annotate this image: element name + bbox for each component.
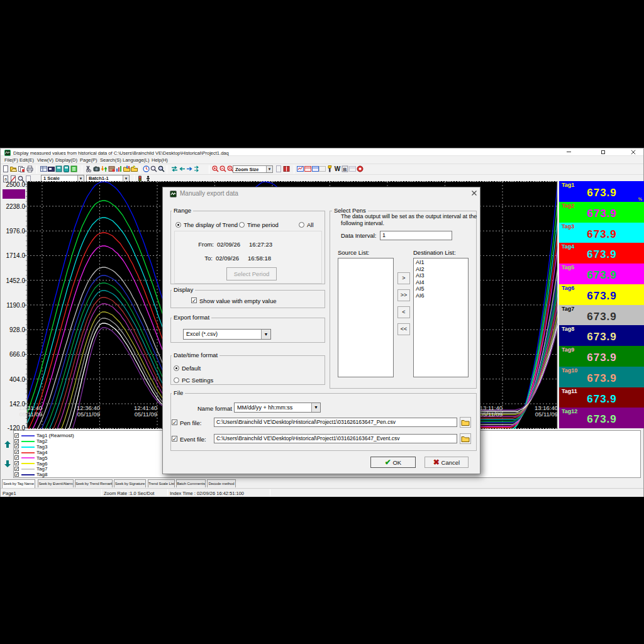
svg-text:05/11/09: 05/11/09 [19, 411, 42, 418]
svg-text:05/11/09: 05/11/09 [135, 411, 157, 418]
svg-text:05/11/09: 05/11/09 [77, 411, 100, 418]
svg-text:05/11/09: 05/11/09 [480, 411, 502, 418]
svg-text:05/11/09: 05/11/09 [535, 411, 558, 418]
